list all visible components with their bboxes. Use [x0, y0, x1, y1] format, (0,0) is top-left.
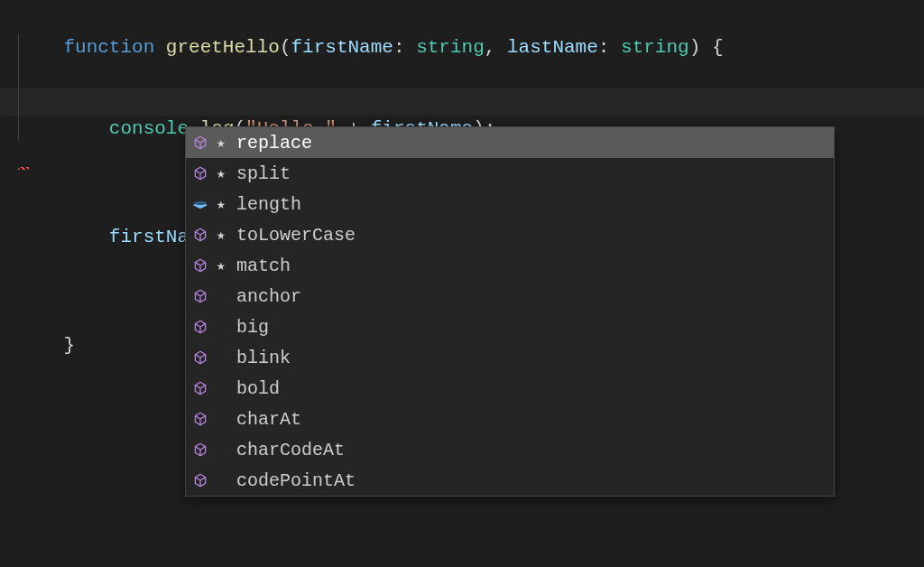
autocomplete-label: charCodeAt [236, 440, 345, 460]
brace-close: } [63, 335, 75, 356]
method-icon [191, 471, 209, 489]
autocomplete-label: toLowerCase [236, 225, 356, 246]
autocomplete-item-split[interactable]: ★split [186, 158, 834, 189]
indent [63, 227, 108, 247]
code-line-1[interactable]: function greetHello(firstName: string, l… [18, 7, 906, 88]
keyword-function: function [63, 37, 154, 58]
autocomplete-item-anchor[interactable]: anchor [186, 281, 834, 311]
method-icon [191, 256, 209, 274]
method-icon [191, 134, 209, 152]
autocomplete-label: anchor [236, 286, 301, 307]
autocomplete-label: codePointAt [236, 470, 356, 491]
star-icon: ★ [217, 134, 229, 152]
colon: : [598, 37, 610, 58]
type-string: string [621, 37, 689, 58]
param-lastname: lastName [507, 37, 598, 58]
autocomplete-label: bold [236, 378, 280, 399]
method-icon [191, 379, 209, 397]
star-icon: ★ [217, 164, 229, 182]
autocomplete-label: match [236, 256, 291, 276]
autocomplete-item-length[interactable]: ★length [186, 189, 834, 219]
svg-point-0 [194, 201, 207, 206]
autocomplete-item-replace[interactable]: ★replace [186, 127, 834, 158]
autocomplete-item-codePointAt[interactable]: codePointAt [186, 465, 834, 496]
function-name: greetHello [166, 37, 280, 58]
autocomplete-item-match[interactable]: ★match [186, 250, 834, 281]
property-icon [191, 195, 209, 213]
paren-close: ) [689, 37, 701, 58]
autocomplete-label: blink [236, 348, 291, 368]
object-console: console [109, 118, 189, 139]
star-icon: ★ [217, 195, 229, 213]
autocomplete-item-toLowerCase[interactable]: ★toLowerCase [186, 219, 834, 250]
autocomplete-item-bold[interactable]: bold [186, 373, 834, 404]
paren-open: ( [280, 37, 291, 58]
method-icon [191, 164, 209, 182]
autocomplete-label: big [236, 317, 269, 338]
method-icon [191, 287, 209, 305]
autocomplete-label: replace [236, 133, 312, 153]
autocomplete-label: charAt [236, 409, 301, 430]
autocomplete-label: length [236, 194, 301, 215]
autocomplete-item-charCodeAt[interactable]: charCodeAt [186, 434, 834, 465]
type-string: string [416, 37, 485, 58]
star-icon: ★ [217, 256, 229, 274]
autocomplete-item-blink[interactable]: blink [186, 342, 834, 373]
colon: : [393, 37, 405, 58]
autocomplete-label: split [236, 163, 291, 184]
brace-open: { [712, 37, 724, 58]
method-icon [191, 410, 209, 428]
method-icon [191, 226, 209, 244]
autocomplete-item-charAt[interactable]: charAt [186, 404, 834, 434]
method-icon [191, 441, 209, 459]
star-icon: ★ [217, 226, 229, 244]
method-icon [191, 318, 209, 336]
comma: , [485, 37, 496, 58]
param-firstname: firstName [291, 37, 393, 58]
autocomplete-popup[interactable]: ★replace★split★length★toLowerCase★matcha… [185, 126, 835, 497]
indent [63, 118, 108, 139]
method-icon [191, 349, 209, 367]
autocomplete-item-big[interactable]: big [186, 311, 834, 342]
